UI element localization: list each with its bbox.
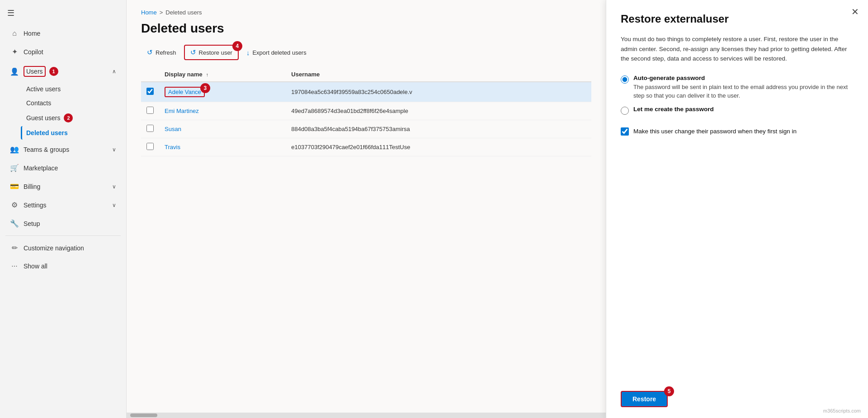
table-cell-username-travis: e1037703f290479caef2e01f66fda111TestUse xyxy=(286,138,591,156)
breadcrumb-separator: > xyxy=(160,9,163,16)
page-title: Deleted users xyxy=(141,21,591,36)
sidebar-item-home[interactable]: ⌂ Home xyxy=(3,25,123,42)
teams-icon: 👥 xyxy=(10,145,19,154)
sidebar-item-users[interactable]: 👤 Users 1 ∧ xyxy=(3,61,123,81)
change-password-checkbox[interactable] xyxy=(621,127,629,136)
password-options: Auto-generate password The password will… xyxy=(621,75,854,120)
settings-chevron-icon: ∨ xyxy=(112,202,116,208)
export-icon: ↓ xyxy=(246,49,250,56)
sidebar-item-marketplace[interactable]: 🛒 Marketplace xyxy=(3,159,123,177)
table-header-username: Username xyxy=(286,67,591,82)
sidebar-setup-label: Setup xyxy=(24,220,40,227)
billing-icon: 💳 xyxy=(10,182,19,191)
horizontal-scrollbar[interactable] xyxy=(127,413,606,418)
sidebar-item-show-all[interactable]: ··· Show all xyxy=(3,258,123,275)
hamburger-icon: ☰ xyxy=(7,9,14,18)
user-name-adele-vance[interactable]: Adele Vance 3 xyxy=(165,87,205,97)
sidebar-home-label: Home xyxy=(24,30,40,37)
watermark: m365scripts.com xyxy=(823,408,861,413)
sidebar-teams-label: Teams & groups xyxy=(24,146,69,153)
sidebar-settings-label: Settings xyxy=(24,202,47,209)
user-name-emi-martinez[interactable]: Emi Martinez xyxy=(165,108,199,114)
sidebar: ☰ ⌂ Home ✦ Copilot 👤 Users 1 ∧ Active us… xyxy=(0,0,127,418)
customize-nav-label: Customize navigation xyxy=(24,244,84,252)
let-me-create-radio[interactable] xyxy=(621,107,629,115)
sidebar-item-settings[interactable]: ⚙ Settings ∨ xyxy=(3,196,123,214)
row-checkbox-cell[interactable] xyxy=(141,82,159,102)
guest-users-badge: 2 xyxy=(64,113,73,122)
table-cell-name: Susan xyxy=(159,120,286,138)
auto-generate-label: Auto-generate password xyxy=(633,75,854,81)
step-badge-4: 4 xyxy=(232,41,242,51)
sidebar-copilot-label: Copilot xyxy=(24,48,43,56)
panel-footer: Restore 5 xyxy=(621,376,854,407)
users-badge: 1 xyxy=(49,67,58,76)
row-checkbox-travis[interactable] xyxy=(146,143,154,150)
contacts-label: Contacts xyxy=(26,99,51,107)
auto-generate-radio[interactable] xyxy=(621,75,629,84)
sidebar-divider xyxy=(5,235,121,236)
row-checkbox-susan[interactable] xyxy=(146,125,154,132)
table-cell-name: Emi Martinez xyxy=(159,102,286,120)
restore-button-label: Restore xyxy=(632,395,656,403)
sidebar-marketplace-label: Marketplace xyxy=(24,164,58,172)
table-cell-username-adele: 197084ea5c6349f39559a83c254c0650adele.v xyxy=(286,82,591,102)
auto-generate-content: Auto-generate password The password will… xyxy=(633,75,854,100)
sidebar-item-contacts[interactable]: Contacts xyxy=(21,96,123,110)
let-me-create-label: Let me create the password xyxy=(633,106,714,113)
export-button[interactable]: ↓ Export deleted users xyxy=(241,46,312,60)
main-content: Home > Deleted users Deleted users ↺ Ref… xyxy=(127,0,606,418)
row-checkbox-cell[interactable] xyxy=(141,102,159,120)
restore-user-button[interactable]: ↺ Restore user 4 xyxy=(184,45,239,60)
scrollbar-thumb xyxy=(130,413,157,417)
sidebar-item-teams-groups[interactable]: 👥 Teams & groups ∨ xyxy=(3,141,123,158)
restore-user-label: Restore user xyxy=(199,49,232,56)
table-cell-username-susan: 884d08a3ba5f4caba5194ba67f375753amirsa xyxy=(286,120,591,138)
breadcrumb: Home > Deleted users xyxy=(141,9,591,16)
users-icon: 👤 xyxy=(10,67,19,76)
breadcrumb-home[interactable]: Home xyxy=(141,9,157,16)
auto-generate-option: Auto-generate password The password will… xyxy=(621,75,854,100)
restore-button[interactable]: Restore xyxy=(621,391,668,407)
row-checkbox-adele[interactable] xyxy=(146,88,154,95)
sidebar-item-active-users[interactable]: Active users xyxy=(21,82,123,96)
guest-users-label: Guest users xyxy=(26,114,60,122)
sidebar-item-setup[interactable]: 🔧 Setup xyxy=(3,215,123,232)
table-cell-name: Travis xyxy=(159,138,286,156)
table-cell-name: Adele Vance 3 xyxy=(159,82,286,102)
sidebar-item-copilot[interactable]: ✦ Copilot xyxy=(3,43,123,61)
export-label: Export deleted users xyxy=(252,49,306,56)
user-name-susan[interactable]: Susan xyxy=(165,126,181,132)
breadcrumb-current: Deleted users xyxy=(165,9,202,16)
table-header-display-name: Display name ↑ xyxy=(159,67,286,82)
sidebar-item-deleted-users[interactable]: Deleted users xyxy=(21,126,123,140)
sidebar-billing-label: Billing xyxy=(24,183,40,190)
hamburger-menu[interactable]: ☰ xyxy=(0,4,126,23)
copilot-icon: ✦ xyxy=(10,47,19,56)
deleted-users-label: Deleted users xyxy=(26,129,68,136)
sidebar-item-billing[interactable]: 💳 Billing ∨ xyxy=(3,178,123,195)
refresh-label: Refresh xyxy=(156,49,176,56)
table-row: Adele Vance 3 197084ea5c6349f39559a83c25… xyxy=(141,82,591,102)
marketplace-icon: 🛒 xyxy=(10,164,19,172)
row-checkbox-cell[interactable] xyxy=(141,138,159,156)
row-checkbox-emi[interactable] xyxy=(146,107,154,114)
change-password-label[interactable]: Make this user change their password whe… xyxy=(633,128,797,135)
sidebar-users-label: Users xyxy=(24,66,46,77)
sidebar-item-customize-nav[interactable]: ✏ Customize navigation xyxy=(3,239,123,257)
sidebar-item-guest-users[interactable]: Guest users 2 xyxy=(21,110,123,126)
teams-chevron-icon: ∨ xyxy=(112,146,116,153)
panel-title: Restore externaluser xyxy=(621,13,854,25)
let-me-create-option: Let me create the password xyxy=(621,106,854,115)
panel-description: You must do two things to completely res… xyxy=(621,34,854,64)
panel-close-button[interactable]: ✕ xyxy=(851,7,859,16)
refresh-button[interactable]: ↺ Refresh xyxy=(141,45,182,60)
home-icon: ⌂ xyxy=(10,29,19,38)
step-badge-5: 5 xyxy=(664,386,674,396)
row-checkbox-cell[interactable] xyxy=(141,120,159,138)
setup-icon: 🔧 xyxy=(10,219,19,228)
refresh-icon: ↺ xyxy=(147,48,153,56)
let-me-create-content: Let me create the password xyxy=(633,106,714,113)
users-chevron-icon: ∧ xyxy=(112,68,116,75)
user-name-travis[interactable]: Travis xyxy=(165,144,180,150)
